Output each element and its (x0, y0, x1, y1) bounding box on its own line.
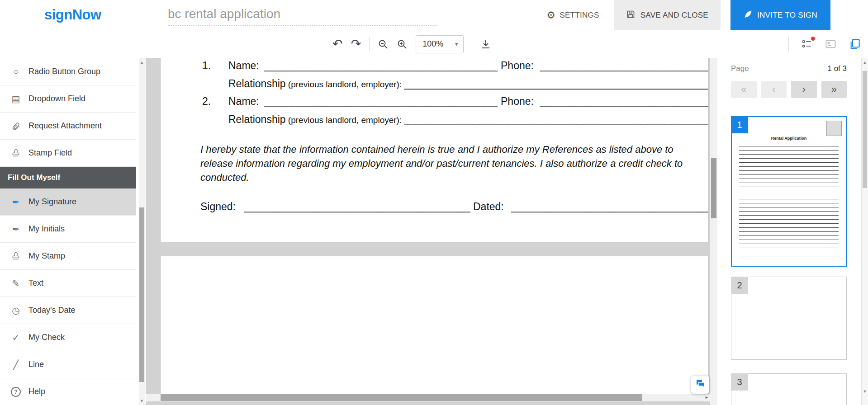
page-thumbnail-2[interactable]: 2 (731, 277, 847, 360)
sidebar-item-label: My Initials (28, 224, 65, 234)
sidebar-item-my-check[interactable]: ✓ My Check (0, 324, 136, 351)
dated-label: Dated: (473, 201, 504, 213)
reference-number: 2. (202, 95, 211, 108)
name-label: Name: (228, 95, 259, 108)
sidebar-item-request-attachment[interactable]: Request Attachment (0, 113, 136, 140)
gear-icon: ⚙ (546, 9, 555, 21)
document-page-1[interactable]: 1. Name: _______________________________… (161, 58, 708, 242)
save-icon (626, 9, 636, 21)
previous-page-button[interactable]: ‹ (761, 81, 787, 98)
scroll-up-arrow[interactable]: ▲ (862, 60, 868, 65)
phone-blank-line: ____________________________________ (540, 60, 708, 72)
scroll-down-arrow[interactable]: ▼ (139, 399, 145, 403)
chevron-down-icon: ▾ (450, 41, 463, 47)
sidebar-item-dropdown-field[interactable]: ▤ Dropdown Field (0, 85, 136, 113)
help-icon: ? (10, 387, 22, 397)
stamp-icon (10, 252, 22, 261)
zoom-out-button[interactable] (378, 39, 389, 50)
zoom-level-select[interactable]: 100% ▾ (416, 35, 464, 53)
first-page-button[interactable]: « (731, 81, 757, 98)
dated-blank-line: _______________________________________ (511, 201, 708, 213)
sidebar-item-label: My Check (28, 333, 65, 342)
sidebar-item-radio-button-group[interactable]: ○ Radio Button Group (0, 58, 136, 85)
sidebar-item-label: Stamp Field (28, 148, 72, 158)
sidebar-item-text[interactable]: ✎ Text (0, 270, 136, 297)
stamp-icon (10, 149, 22, 158)
undo-button[interactable]: ↶ (332, 38, 343, 50)
notification-dot (811, 37, 815, 41)
page-thumbnail-3[interactable]: 3 (731, 373, 847, 405)
panel-scrollbar: ▲ ▼ (861, 58, 868, 405)
name-blank-line: ________________________________________… (264, 60, 498, 72)
editor-toolbar: ↶ ↷ 100% ▾ (0, 30, 868, 58)
relationship-line: Relationship (previous landlord, employe… (228, 78, 708, 90)
initials-pen-icon: ✒ (10, 224, 22, 235)
feedback-chat-button[interactable] (691, 376, 709, 394)
sidebar-item-my-initials[interactable]: ✒ My Initials (0, 216, 136, 243)
sidebar-scrollbar-thumb[interactable] (139, 207, 144, 382)
signed-blank-line: ________________________________________… (244, 201, 470, 213)
redo-button[interactable]: ↷ (351, 38, 361, 50)
clock-icon: ◷ (10, 305, 22, 316)
sidebar-item-help[interactable]: ? Help (0, 378, 136, 405)
document-canvas: 1. Name: _______________________________… (146, 58, 717, 405)
name-blank-line: ________________________________________… (264, 95, 498, 108)
canvas-horizontal-scrollbar-thumb[interactable] (161, 394, 642, 401)
last-page-button[interactable]: » (821, 81, 847, 98)
next-page-button[interactable]: › (791, 81, 817, 98)
sidebar-item-line[interactable]: ╱ Line (0, 351, 136, 378)
sidebar-item-label: Radio Button Group (28, 67, 100, 76)
invite-to-sign-button[interactable]: INVITE TO SIGN (730, 0, 830, 30)
pages-panel-header: Page 1 of 3 (731, 64, 847, 73)
canvas-vertical-scrollbar (710, 58, 717, 405)
page-number-badge: 3 (731, 373, 748, 391)
thumbnail-field-placeholder (826, 121, 842, 136)
dropdown-field-icon: ▤ (10, 94, 22, 104)
copy-pages-button[interactable] (849, 38, 861, 50)
zoom-in-button[interactable] (397, 39, 408, 50)
document-title-input[interactable]: bc rental application (168, 7, 437, 26)
panel-scrollbar-thumb[interactable] (863, 71, 867, 188)
toolbar-divider (369, 37, 370, 52)
canvas-vertical-scrollbar-thumb[interactable] (711, 158, 716, 218)
sidebar-item-my-signature[interactable]: ✒ My Signature (0, 188, 136, 216)
sidebar-item-label: My Signature (28, 197, 76, 207)
page-number-badge: 1 (731, 116, 748, 133)
download-button[interactable] (480, 39, 491, 50)
sidebar-scrollbar: ▲ ▼ (139, 58, 145, 405)
checkmark-icon: ✓ (10, 332, 22, 343)
save-and-close-label: SAVE AND CLOSE (640, 11, 708, 20)
signnow-logo[interactable]: signNow (44, 7, 101, 23)
signnow-editor: signNow bc rental application ⚙ SETTINGS… (0, 0, 868, 405)
settings-label: SETTINGS (560, 11, 599, 20)
toolbar-right (788, 30, 861, 58)
relationship-line: Relationship (previous landlord, employe… (228, 113, 708, 126)
page-navigation: « ‹ › » (731, 81, 847, 98)
reference-number: 1. (202, 60, 211, 72)
save-and-close-button[interactable]: SAVE AND CLOSE (614, 0, 721, 30)
sidebar-item-label: Help (28, 387, 45, 396)
phone-label: Phone: (501, 95, 534, 108)
phone-label: Phone: (501, 60, 534, 72)
pencil-icon: ✎ (10, 278, 22, 289)
page-thumbnail-1[interactable]: 1 Rental Application (731, 116, 847, 267)
sidebar-item-stamp-field[interactable]: Stamp Field (0, 140, 136, 167)
scroll-down-arrow[interactable]: ▼ (862, 389, 868, 394)
sidebar-item-label: My Stamp (28, 251, 65, 261)
scroll-up-arrow[interactable]: ▲ (139, 60, 145, 65)
sidebar-item-todays-date[interactable]: ◷ Today's Date (0, 297, 136, 324)
thumbnail-doc-title: Rental Application (732, 136, 846, 141)
scroll-right-arrow[interactable]: ► (705, 395, 709, 400)
canvas-horizontal-scrollbar: ► (146, 394, 710, 401)
fields-list-button[interactable] (801, 38, 813, 50)
thumbnail-form-lines (739, 146, 839, 259)
preview-button[interactable] (825, 38, 837, 50)
header-actions: ⚙ SETTINGS SAVE AND CLOSE INVITE TO SIGN (535, 0, 830, 30)
toolbar-center: ↶ ↷ 100% ▾ (332, 30, 491, 58)
fill-out-myself-header: Fill Out Myself (0, 167, 136, 188)
radio-icon: ○ (10, 66, 22, 77)
document-page-2[interactable] (161, 256, 708, 394)
settings-button[interactable]: ⚙ SETTINGS (535, 0, 611, 30)
sidebar-item-my-stamp[interactable]: My Stamp (0, 243, 136, 270)
fields-sidebar: ○ Radio Button Group ▤ Dropdown Field Re… (0, 58, 146, 405)
